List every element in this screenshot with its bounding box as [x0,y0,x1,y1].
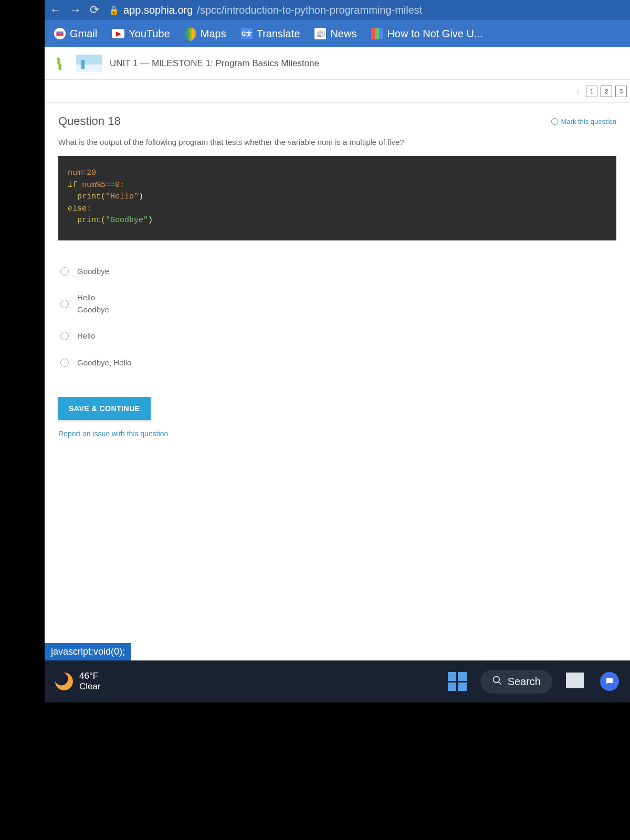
bookmarks-bar: Gmail ▶ YouTube Maps G文 Translate 📰 News… [45,20,630,47]
page-3[interactable]: 3 [615,86,627,97]
svg-point-0 [493,676,499,682]
browser-address-bar: ← → ⟳ 🔒 app.sophia.org/spcc/introduction… [45,0,630,20]
lock-icon: 🔒 [109,5,119,15]
code-block: num=20 if num%5==0: print("Hello") else:… [58,156,616,240]
weather-temp: 46°F [79,671,101,681]
bookmark-gmail[interactable]: Gmail [54,28,97,40]
radio-icon [60,267,69,276]
radio-icon [60,359,69,367]
question-content: Question 18 Mark this question What is t… [45,103,630,682]
sophia-logo-icon[interactable] [54,56,69,71]
moon-icon [55,673,73,690]
reload-icon[interactable]: ⟳ [90,3,99,17]
translate-icon: G文 [241,28,253,39]
bookmark-label: Maps [201,28,226,40]
question-title: Question 18 [58,114,121,128]
chevron-left-icon[interactable]: ‹ [573,86,583,97]
page-2[interactable]: 2 [601,86,612,97]
mark-question-button[interactable]: Mark this question [551,118,617,125]
gmail-icon [54,28,66,39]
task-view-button[interactable] [566,671,586,691]
answer-option-b[interactable]: Hello Goodbye [58,285,616,323]
answer-option-a[interactable]: Goodbye [58,258,616,285]
bookmark-maps[interactable]: Maps [185,28,226,40]
radio-icon [60,332,69,340]
search-label: Search [508,676,541,688]
save-continue-button[interactable]: SAVE & CONTINUE [58,397,151,420]
answer-option-c[interactable]: Hello [58,323,616,350]
app-header: UNIT 1 — MILESTONE 1: Program Basics Mil… [45,47,630,80]
answer-text: Goodbye, Hello [77,357,131,369]
taskbar-weather[interactable]: 46°F Clear [55,671,101,692]
answer-list: Goodbye Hello Goodbye Hello Goodbye, Hel… [58,258,616,376]
answer-text: Hello Goodbye [77,292,109,316]
answer-option-d[interactable]: Goodbye, Hello [58,350,616,376]
youtube-icon: ▶ [112,29,124,38]
chat-button[interactable] [600,671,620,691]
back-icon[interactable]: ← [50,3,61,17]
circle-icon [551,118,558,125]
chat-icon [600,672,619,691]
task-view-icon [568,675,584,688]
maps-icon [182,25,198,41]
url-path: /spcc/introduction-to-python-programming… [197,4,422,16]
unit-title: UNIT 1 — MILESTONE 1: Program Basics Mil… [110,58,319,69]
bookmark-label: How to Not Give U... [387,28,482,40]
bookmark-translate[interactable]: G文 Translate [241,28,300,40]
taskbar-search[interactable]: Search [480,670,552,694]
url-bar[interactable]: 🔒 app.sophia.org/spcc/introduction-to-py… [109,4,625,16]
bookmark-youtube[interactable]: ▶ YouTube [112,28,170,40]
bookmark-label: Gmail [70,28,97,40]
mark-question-label: Mark this question [561,118,617,125]
unit-thumbnail [76,55,102,72]
bookmark-label: YouTube [129,28,170,40]
windows-taskbar: 46°F Clear Search [45,660,630,702]
answer-text: Goodbye [77,266,109,278]
page-1[interactable]: 1 [586,86,597,97]
question-pagination: ‹ 1 2 3 [45,80,630,103]
grid-icon [371,28,383,39]
search-icon [492,675,502,688]
browser-status-bar: javascript:void(0); [45,643,131,660]
svg-line-1 [498,681,501,684]
bookmark-news[interactable]: 📰 News [314,28,356,40]
question-prompt: What is the output of the following prog… [58,138,616,146]
answer-text: Hello [77,330,95,342]
bookmark-label: News [330,28,356,40]
url-host: app.sophia.org [123,4,193,16]
bookmark-label: Translate [257,28,300,40]
report-issue-link[interactable]: Report an issue with this question [58,429,616,438]
radio-icon [60,300,69,308]
bookmark-how-to-not-give[interactable]: How to Not Give U... [371,28,482,40]
forward-icon[interactable]: → [70,3,81,17]
start-button[interactable] [448,672,467,691]
news-icon: 📰 [314,28,326,39]
weather-condition: Clear [79,681,101,692]
